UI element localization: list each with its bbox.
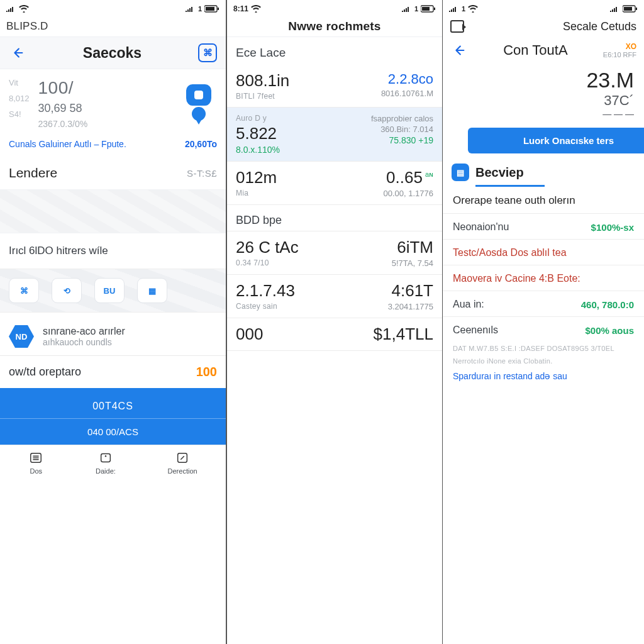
link-value: 20,60To [185,139,217,149]
row-left-big: 5.822 [236,124,280,143]
header-title: Con ToutA [473,42,598,58]
summary-link-row[interactable]: Cunals Galuiner Autlı – Fpute. 20,60To [0,135,226,157]
footer-button-b[interactable]: 040 00/ACS [0,419,226,440]
list-separator: BDD bpe [227,205,442,231]
row-left-primary: 012m [236,168,277,187]
data-row[interactable]: 808.1inBITLI 7feet2.2.8co8016.10761.M [227,65,442,108]
txn-title: Neonaion'nu [453,221,509,233]
subtitle-text: Orerape teane outh olerın [453,194,575,207]
phone-screen-3: 1 Secale Cetuds Con ToutA XO E6:10 RFF 2… [443,0,644,644]
svg-rect-1 [206,7,214,11]
footer-button-a[interactable]: 00T4CS [0,397,226,419]
txn-title: Ceenenıls [453,325,498,336]
grid-icon: ⌘ [203,47,213,58]
tab-label: Derection [168,467,197,475]
arrow-left-icon [452,43,466,57]
app-brand-bar: Secale Cetuds [443,16,644,36]
phone-screen-1: 1 BLIPS.D Saecoks ⌘ Vit 8,012 S4! 10 [0,0,226,644]
wifi-icon [468,5,478,13]
row-left-secondary: Mia [236,189,277,197]
svg-rect-2 [218,8,219,10]
footer-link[interactable]: Sparduraı in restand adə sau [443,367,644,385]
data-row[interactable]: 2.1.7.43Castey sain4:61T3.2041.1775 [227,275,442,318]
row-left-primary: 2.1.7.43 [236,281,295,301]
tab-label[interactable]: Becviep [475,165,524,180]
svg-rect-11 [624,7,632,11]
row-right-secondary: 8016.10761.M [381,89,433,98]
signal-icon [402,6,412,12]
transaction-row[interactable]: Neonaion'nu$100%-sx [443,213,644,239]
row-right-primary: 0..65aɴ [386,168,433,187]
data-row[interactable]: 26 C tAc0.34 7/106iTM5!7TA, 7.54 [227,231,442,275]
map-preview[interactable] [0,189,226,233]
row-right-primary: 2.2.8co [388,71,433,87]
data-row[interactable]: 000$1,4TLL [227,318,442,351]
section-subtitle: Orerape teane outh olerın [443,187,644,213]
header-bar: Saecoks ⌘ [0,36,226,69]
account-title: sınrane-aco arırler [43,326,125,337]
metric-small: 2367.0.3/0% [38,119,88,129]
section-title: Lendere [9,165,57,180]
brand-logo-icon [450,20,464,33]
row-right-primary: $1,4TLL [374,325,433,344]
chip-button[interactable]: ▦ [137,278,167,303]
hex-badge-icon: ND [9,324,34,349]
status-bar: 1 [0,0,226,16]
row-left-secondary: BITLI 7feet [236,92,289,101]
svg-rect-9 [434,8,435,10]
signal-icon [6,6,16,12]
data-row[interactable]: 012mMia0..65aɴ00.00, 1.1776 [227,162,442,205]
metric-big: 100/ [38,78,88,98]
transaction-list: Neonaion'nu$100%-sxTestc/Aosda Dos ablıl… [443,213,644,342]
chip-button[interactable]: ⌘ [9,278,39,303]
balance-primary: 23.M [443,64,644,92]
transaction-row[interactable]: Testc/Aosda Dos ablıl tea [443,239,644,265]
tab-item[interactable]: Derection [168,450,197,475]
metric-label: Vit [9,78,30,87]
back-button[interactable] [9,44,26,62]
signal-icon [186,6,196,12]
transaction-row[interactable]: Aua in:460, 780.0:0 [443,291,644,316]
transaction-row[interactable]: Maovera iv Cacine 4:B Eote: [443,265,644,291]
signal-icon [610,6,620,12]
battery-icon [421,5,436,13]
tab-item[interactable]: Daide: [96,450,116,475]
balance-detail: — — — [443,109,644,124]
row-right-secondary: 00.00, 1.1776 [383,189,433,198]
row-right-change: 75.830 +19 [389,135,433,145]
row-right-secondary: 360.Bin: 7.014 [380,125,433,134]
svg-point-5 [105,455,106,457]
account-card[interactable]: ND sınrane-aco arırler aıhkauoch oundls [0,313,226,355]
chip-button[interactable]: BU [94,278,125,303]
back-button[interactable] [450,42,468,59]
summary-values: 100/ 30,69 58 2367.0.3/0% [38,78,88,129]
header-action-button[interactable]: ⌘ [198,43,217,62]
kv-row[interactable]: ow/td oreptaro 100 [0,355,226,388]
row-left-primary: Auro D y [236,114,280,123]
battery-icon [623,5,638,13]
wifi-icon [251,5,261,13]
row-left-primary: 808.1in [236,71,289,91]
chip-button[interactable]: ⟲ [52,278,82,303]
battery-text: 1 [462,5,465,13]
section-header: Lendere S-T:S£ [0,157,226,189]
data-row[interactable]: Auro D y5.8228.0.x.110%fsapprobier calos… [227,108,442,162]
fineprint: Nerrotcılo iNone exia Clobatin. [443,355,644,367]
tab-icon: ▤ [452,164,469,181]
tab-label: Dos [30,467,43,475]
list-icon [29,451,43,465]
row-left-secondary: 0.34 7/10 [236,258,299,267]
header-title: Saecoks [26,45,198,62]
header-bar: Con ToutA XO E6:10 RFF [443,36,644,64]
tab-label: Daide: [96,467,116,475]
screen-title: Nwwe rochmets [227,16,442,36]
list-row[interactable]: Irıcl 6lDO hitrers wíle [0,233,226,269]
primary-cta-button[interactable]: Luork Onacıske ters [468,128,644,153]
profile-avatar-icon[interactable] [180,78,217,127]
link-text: Cunals Galuiner Autlı – Fpute. [9,139,126,149]
transaction-row[interactable]: Ceenenıls$00% aous [443,316,644,342]
status-bar: 8:11 1 [227,0,442,16]
tab-item[interactable]: Dos [28,450,43,475]
arrow-left-icon [11,46,25,60]
svg-rect-12 [636,8,637,10]
